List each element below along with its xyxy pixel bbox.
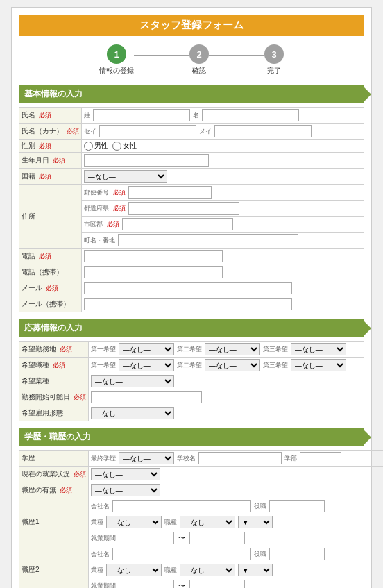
final-edu-select[interactable]: —なし— xyxy=(119,452,174,464)
prefecture-label: 都道府県 xyxy=(84,204,109,213)
nationality-select[interactable]: —なし— xyxy=(84,170,167,183)
available-date-label: 勤務開始可能日 必須 xyxy=(19,389,89,405)
mei-input[interactable] xyxy=(202,109,299,121)
birthdate-label: 生年月日 必須 xyxy=(19,153,82,169)
education-row: 学歴 最終学歴 —なし— 学校名 学部 xyxy=(19,451,384,467)
prefecture-input[interactable] xyxy=(128,202,239,215)
desired-area-label: 希望勤務地 必須 xyxy=(19,342,89,358)
current-status-select[interactable]: —なし— xyxy=(91,468,160,480)
last-name-label: 氏名 必須 xyxy=(19,108,82,124)
job1-period-end[interactable] xyxy=(189,532,245,544)
phone-mobile-row: 電話（携帯） xyxy=(19,264,364,280)
job2-label: 職歴2 xyxy=(19,546,89,589)
sei-label: 姓 xyxy=(84,111,90,120)
step-line-1 xyxy=(134,55,189,56)
gender-label: 性別 必須 xyxy=(19,140,82,153)
available-date-input[interactable] xyxy=(91,391,202,403)
email-mobile-row: メール（携帯） xyxy=(19,296,364,312)
desired-industry-row: 希望業種 —なし— xyxy=(19,373,364,389)
step-2-label: 確認 xyxy=(192,66,206,76)
postal-label: 郵便番号 xyxy=(84,188,109,197)
address-label: 住所 xyxy=(19,185,82,249)
available-date-row: 勤務開始可能日 必須 xyxy=(19,389,364,405)
application-section: 応募情報の入力 希望勤務地 必須 第一希望 —なし— 第二希望 —なし— 第三希… xyxy=(19,319,364,421)
last-name-kana-label: 氏名（カナ） 必須 xyxy=(19,124,82,140)
phone-label: 電話 必須 xyxy=(19,249,82,264)
phone-mobile-input[interactable] xyxy=(84,266,223,278)
experience-label: 職歴の有無 必須 xyxy=(19,482,89,498)
page-container: スタッフ登録フォーム 1 情報の登録 2 確認 3 完了 基本情報の入力 氏名 … xyxy=(11,7,372,588)
email-input[interactable] xyxy=(84,282,292,294)
job2-period-start[interactable] xyxy=(119,580,174,588)
job-3rd-select[interactable]: —なし— xyxy=(291,359,346,371)
job2-industry-select[interactable]: —なし— xyxy=(106,564,162,576)
birthdate-row: 生年月日 必須 xyxy=(19,153,364,169)
desired-area-row: 希望勤務地 必須 第一希望 —なし— 第二希望 —なし— 第三希望 —なし— xyxy=(19,342,364,358)
job1-position-input[interactable] xyxy=(269,500,325,512)
job1-company-row: 職歴1 会社名 役職 xyxy=(19,498,384,514)
employment-type-label: 希望雇用形態 xyxy=(19,405,89,421)
job2-occupation-select[interactable]: —なし— xyxy=(180,564,235,576)
sei-input[interactable] xyxy=(93,109,190,121)
desired-job-row: 希望職種 必須 第一希望 —なし— 第二希望 —なし— 第三希望 —なし— xyxy=(19,358,364,373)
basic-info-section: 基本情報の入力 氏名 必須 姓 名 xyxy=(19,85,364,312)
job2-position-input[interactable] xyxy=(269,548,325,560)
application-table: 希望勤務地 必須 第一希望 —なし— 第二希望 —なし— 第三希望 —なし— xyxy=(19,341,364,421)
job2-company-input[interactable] xyxy=(112,548,251,560)
job1-occupation2-select[interactable]: ▼ xyxy=(238,516,273,528)
job1-company-input[interactable] xyxy=(112,500,251,512)
town-input[interactable] xyxy=(118,234,298,246)
current-status-label: 現在の就業状況 必須 xyxy=(19,467,89,482)
sei-kana-input[interactable] xyxy=(99,125,196,137)
town-label: 町名・番地 xyxy=(84,236,115,245)
city-label: 市区郡 xyxy=(84,220,103,229)
phone-mobile-label: 電話（携帯） xyxy=(19,264,82,280)
step-1: 1 情報の登録 xyxy=(99,44,134,76)
basic-info-table: 氏名 必須 姓 名 氏名（カナ） 必須 xyxy=(19,107,364,312)
job1-occupation-select[interactable]: —なし— xyxy=(180,516,235,528)
male-option[interactable]: 男性 xyxy=(84,141,108,151)
mei-kana-input[interactable] xyxy=(214,125,312,137)
postal-input[interactable] xyxy=(128,186,212,199)
female-option[interactable]: 女性 xyxy=(112,141,137,151)
page-title: スタッフ登録フォーム xyxy=(19,15,364,36)
industry-select[interactable]: —なし— xyxy=(91,375,174,387)
education-label: 学歴 xyxy=(19,451,89,467)
name-kana-row: 氏名（カナ） 必須 セイ メイ xyxy=(19,124,364,140)
school-name-input[interactable] xyxy=(198,452,282,464)
email-mobile-input[interactable] xyxy=(84,298,292,310)
area-3rd-select[interactable]: —なし— xyxy=(291,343,346,355)
name-row: 氏名 必須 姓 名 xyxy=(19,108,364,124)
employment-type-select[interactable]: —なし— xyxy=(91,407,174,419)
nationality-row: 国籍 必須 —なし— xyxy=(19,169,364,185)
job1-period-start[interactable] xyxy=(119,532,174,544)
step-indicator: 1 情報の登録 2 確認 3 完了 xyxy=(19,44,364,76)
phone-input[interactable] xyxy=(84,250,223,262)
career-header: 学歴・職歴の入力 xyxy=(19,428,364,446)
gender-row: 性別 必須 男性 女性 xyxy=(19,140,364,153)
gender-radio-group: 男性 女性 xyxy=(84,141,361,151)
address-row: 住所 郵便番号 必須 xyxy=(19,185,364,201)
job-2nd-select[interactable]: —なし— xyxy=(205,359,260,371)
step-line-2 xyxy=(209,55,264,56)
faculty-input[interactable] xyxy=(300,452,341,464)
area-2nd-select[interactable]: —なし— xyxy=(205,343,260,355)
step-2: 2 確認 xyxy=(189,44,209,76)
step-2-circle: 2 xyxy=(189,44,209,64)
step-3-label: 完了 xyxy=(267,66,281,76)
job1-industry-select[interactable]: —なし— xyxy=(106,516,162,528)
phone-row: 電話 必須 xyxy=(19,249,364,264)
job2-occupation2-select[interactable]: ▼ xyxy=(238,564,273,576)
sei-kana-label: セイ xyxy=(84,127,96,136)
experience-row: 職歴の有無 必須 —なし— xyxy=(19,482,384,498)
experience-select[interactable]: —なし— xyxy=(91,484,160,496)
city-input[interactable] xyxy=(122,218,233,230)
career-section: 学歴・職歴の入力 学歴 最終学歴 —なし— 学校名 学部 xyxy=(19,428,364,588)
desired-industry-label: 希望業種 xyxy=(19,373,89,389)
step-1-circle: 1 xyxy=(107,44,126,64)
job2-period-end[interactable] xyxy=(189,580,245,588)
job-1st-select[interactable]: —なし— xyxy=(119,359,174,371)
area-1st-select[interactable]: —なし— xyxy=(119,343,174,355)
birthdate-input[interactable] xyxy=(84,154,209,167)
email-mobile-label: メール（携帯） xyxy=(19,296,82,312)
